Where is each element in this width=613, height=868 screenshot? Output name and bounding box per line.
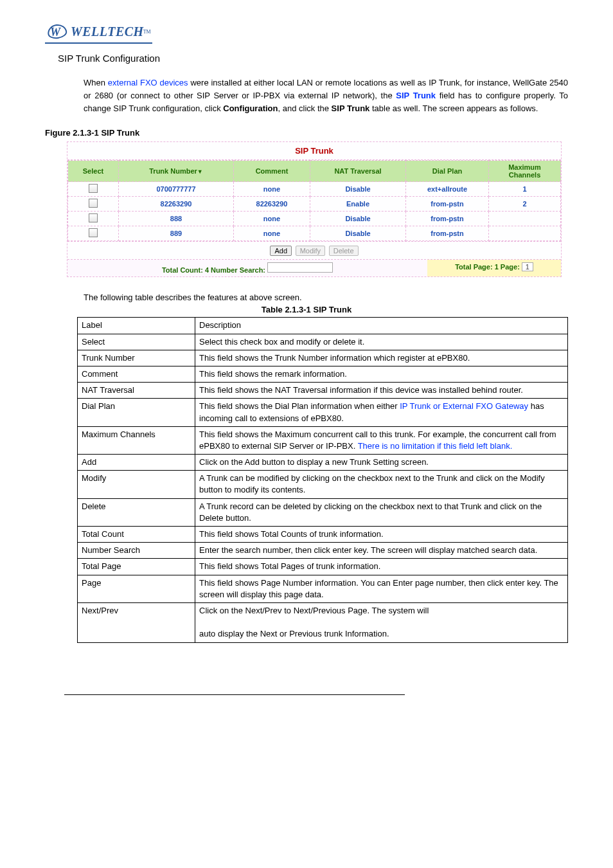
desc-text: Click on the Add button to display a new… [195,455,568,471]
desc-text: This field shows the remark information. [195,366,568,382]
figure-label: Figure 2.1.3-1 SIP Trunk [45,128,568,138]
desc-label: Delete [78,498,195,526]
table-row: NAT TraversalThis field shows the NAT Tr… [78,383,568,399]
desc-text: Description [195,318,568,334]
row-checkbox[interactable] [89,213,98,222]
col-trunk-number[interactable]: Trunk Number▼ [119,161,234,182]
cell-nat[interactable]: Enable [310,197,406,212]
desc-text: A Trunk record can be deleted by clickin… [195,498,568,526]
desc-intro: The following table describes the featur… [84,293,568,302]
col-comment[interactable]: Comment [234,161,310,182]
col-max-channels[interactable]: Maximum Channels [489,161,561,182]
desc-text: Enter the search number, then click ente… [195,543,568,559]
number-search-input[interactable] [267,262,333,273]
desc-text: Click on the Next/Prev to Next/Previous … [195,602,568,642]
section-title: SIP Trunk Configuration [58,53,568,64]
logo: W WELLTECH TM [45,19,152,44]
desc-label: Maximum Channels [78,426,195,454]
desc-label: Modify [78,471,195,498]
table-row: 8226329082263290Enablefrom-pstn2 [68,197,561,212]
logo-text: WELLTECH [71,24,144,39]
row-checkbox[interactable] [89,184,98,193]
table-row: 889noneDisablefrom-pstn [68,226,561,241]
table-row: PageThis field shows Page Number informa… [78,575,568,602]
row-checkbox[interactable] [89,228,98,237]
table-row: Number SearchEnter the search number, th… [78,543,568,559]
total-count-label: Total Count: 4 Number Search: [162,266,265,274]
desc-label: Page [78,575,195,602]
page-input[interactable]: 1 [522,262,533,271]
desc-text: Select this check box and modify or dele… [195,334,568,350]
cell-comment[interactable]: 82263290 [234,197,310,212]
intro-paragraph: When external FXO devices were installed… [84,77,568,115]
page-footer-rule [64,694,405,695]
sip-footer: Total Count: 4 Number Search: Total Page… [67,259,561,276]
sip-panel-title: SIP Trunk [67,142,561,160]
table-row: Total CountThis field shows Total Counts… [78,527,568,543]
table-row: Trunk NumberThis field shows the Trunk N… [78,350,568,366]
desc-label: Select [78,334,195,350]
desc-text: This field shows Page Number information… [195,575,568,602]
cell-trunk[interactable]: 0700777777 [119,182,234,197]
sip-trunk-table: Select Trunk Number▼ Comment NAT Travers… [67,160,561,241]
cell-trunk[interactable]: 888 [119,212,234,226]
desc-text: A Trunk can be modified by clicking on t… [195,471,568,498]
table-row: Maximum ChannelsThis field shows the Max… [78,426,568,454]
cell-comment[interactable]: none [234,226,310,241]
table-row: Total PageThis field shows Total Pages o… [78,559,568,575]
description-table: LabelDescriptionSelectSelect this check … [77,317,568,642]
logo-oval-icon: W [46,22,69,41]
desc-label: Add [78,455,195,471]
table-row: SelectSelect this check box and modify o… [78,334,568,350]
col-dial-plan[interactable]: Dial Plan [406,161,489,182]
cell-max[interactable] [489,226,561,241]
desc-table-caption: Table 2.1.3-1 SIP Trunk [45,305,568,314]
total-page-label: Total Page: 1 Page: [455,263,520,271]
table-row: AddClick on the Add button to display a … [78,455,568,471]
row-checkbox[interactable] [89,199,98,208]
desc-text: This field shows the Maximum concurrent … [195,426,568,454]
cell-trunk[interactable]: 889 [119,226,234,241]
desc-label: Label [78,318,195,334]
table-row: 888noneDisablefrom-pstn [68,212,561,226]
desc-label: Trunk Number [78,350,195,366]
cell-nat[interactable]: Disable [310,212,406,226]
cell-max[interactable]: 1 [489,182,561,197]
table-row: DeleteA Trunk record can be deleted by c… [78,498,568,526]
modify-button[interactable]: Modify [296,246,325,256]
table-row: ModifyA Trunk can be modified by clickin… [78,471,568,498]
col-select[interactable]: Select [68,161,119,182]
sort-desc-icon: ▼ [197,168,203,175]
table-row: Next/PrevClick on the Next/Prev to Next/… [78,602,568,642]
desc-text: This field shows Total Pages of trunk in… [195,559,568,575]
table-row: 0700777777noneDisableext+allroute1 [68,182,561,197]
add-button[interactable]: Add [270,246,292,256]
table-row: Dial PlanThis field shows the Dial Plan … [78,399,568,426]
cell-max[interactable]: 2 [489,197,561,212]
desc-text: This field shows the NAT Traversal infor… [195,383,568,399]
desc-label: Total Count [78,527,195,543]
cell-comment[interactable]: none [234,212,310,226]
cell-dial[interactable]: from-pstn [406,197,489,212]
delete-button[interactable]: Delete [329,246,359,256]
desc-label: Next/Prev [78,602,195,642]
cell-nat[interactable]: Disable [310,182,406,197]
logo-tm: TM [143,29,151,35]
cell-nat[interactable]: Disable [310,226,406,241]
table-row: LabelDescription [78,318,568,334]
cell-trunk[interactable]: 82263290 [119,197,234,212]
desc-text: This field shows Total Counts of trunk i… [195,527,568,543]
cell-comment[interactable]: none [234,182,310,197]
col-nat[interactable]: NAT Traversal [310,161,406,182]
desc-text: This field shows the Trunk Number inform… [195,350,568,366]
cell-dial[interactable]: from-pstn [406,226,489,241]
cell-dial[interactable]: from-pstn [406,212,489,226]
desc-label: Comment [78,366,195,382]
cell-max[interactable] [489,212,561,226]
desc-text: This field shows the Dial Plan informati… [195,399,568,426]
desc-label: NAT Traversal [78,383,195,399]
desc-label: Dial Plan [78,399,195,426]
table-row: CommentThis field shows the remark infor… [78,366,568,382]
cell-dial[interactable]: ext+allroute [406,182,489,197]
sip-trunk-panel: SIP Trunk Select Trunk Number▼ Comment N… [67,141,562,277]
